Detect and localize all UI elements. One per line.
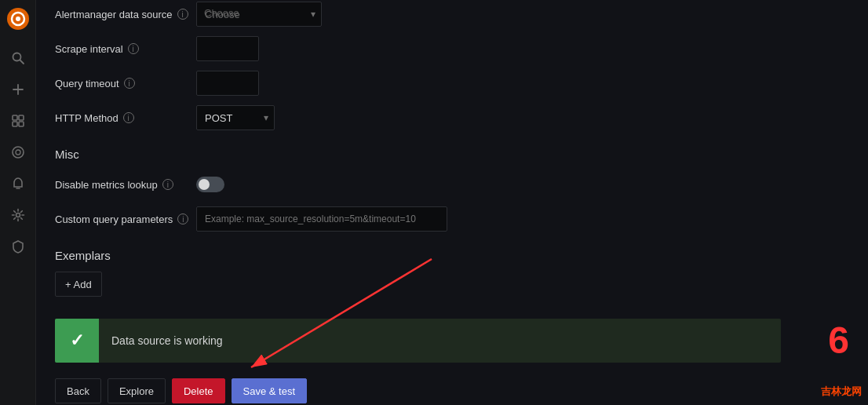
misc-title: Misc <box>55 148 849 161</box>
exemplars-section: Exemplars + Add <box>55 249 849 297</box>
check-icon: ✓ <box>70 330 84 351</box>
query-timeout-input[interactable]: 60s <box>196 71 259 96</box>
alerting-nav-icon[interactable] <box>4 170 32 198</box>
http-method-select-wrapper: POST GET <box>196 105 275 130</box>
svg-rect-10 <box>19 122 24 126</box>
svg-point-14 <box>16 213 20 217</box>
http-method-info-icon[interactable]: i <box>123 112 134 123</box>
add-exemplar-button[interactable]: + Add <box>55 272 102 297</box>
dashboards-nav-icon[interactable] <box>4 107 32 135</box>
scrape-interval-input[interactable]: 15s <box>196 36 259 61</box>
alertmanager-row: Alertmanager data source i Choose Choose <box>55 0 849 28</box>
disable-metrics-toggle[interactable] <box>196 177 224 192</box>
content-wrapper: Alertmanager data source i Choose Choose… <box>55 0 849 403</box>
svg-line-4 <box>20 60 24 64</box>
svg-rect-8 <box>19 115 24 120</box>
svg-point-11 <box>13 147 24 158</box>
scrape-interval-info-icon[interactable]: i <box>128 43 139 54</box>
custom-query-row: Custom query parameters i <box>55 205 849 233</box>
shield-nav-icon[interactable] <box>4 232 32 261</box>
disable-metrics-info-icon[interactable]: i <box>162 179 173 190</box>
svg-point-2 <box>16 16 20 21</box>
alertmanager-select[interactable]: Choose <box>196 2 322 27</box>
annotation-number: 6 <box>828 322 849 359</box>
scrape-interval-row: Scrape interval i 15s <box>55 35 849 63</box>
custom-query-info-icon[interactable]: i <box>177 213 188 224</box>
explore-button[interactable]: Explore <box>108 378 166 403</box>
alertmanager-label: Alertmanager data source i <box>55 9 196 20</box>
query-timeout-label: Query timeout i <box>55 78 196 89</box>
delete-button[interactable]: Delete <box>172 378 225 403</box>
alertmanager-select-wrapper: Choose Choose <box>196 2 322 27</box>
sidebar <box>0 0 36 405</box>
app-logo[interactable] <box>5 6 31 31</box>
scrape-interval-label: Scrape interval i <box>55 43 196 55</box>
disable-metrics-label: Disable metrics lookup i <box>55 179 196 191</box>
search-nav-icon[interactable] <box>4 44 32 72</box>
status-bar: ✓ Data source is working <box>55 319 781 363</box>
alertmanager-info-icon[interactable]: i <box>177 9 188 20</box>
config-nav-icon[interactable] <box>4 201 32 229</box>
status-icon-box: ✓ <box>55 319 99 363</box>
status-message: Data source is working <box>99 334 235 347</box>
add-nav-icon[interactable] <box>4 75 32 104</box>
query-timeout-row: Query timeout i 60s <box>55 69 849 97</box>
bottom-action-bar: Back Explore Delete Save & test <box>55 378 849 403</box>
http-method-row: HTTP Method i POST GET <box>55 104 849 132</box>
misc-section: Misc Disable metrics lookup i Custom que… <box>55 148 849 233</box>
exemplars-title: Exemplars <box>55 249 849 262</box>
svg-rect-7 <box>13 115 17 120</box>
svg-point-12 <box>16 150 20 155</box>
custom-query-input[interactable] <box>196 206 447 232</box>
back-button[interactable]: Back <box>55 378 101 403</box>
watermark: 吉林龙网 <box>821 385 862 399</box>
svg-rect-9 <box>13 122 17 126</box>
custom-query-label: Custom query parameters i <box>55 213 196 225</box>
explore-nav-icon[interactable] <box>4 138 32 166</box>
status-annotation-row: ✓ Data source is working 6 <box>55 309 849 372</box>
save-test-button[interactable]: Save & test <box>232 378 307 403</box>
main-content: Alertmanager data source i Choose Choose… <box>36 0 868 405</box>
http-method-select[interactable]: POST GET <box>196 105 275 130</box>
query-timeout-info-icon[interactable]: i <box>124 78 135 89</box>
disable-metrics-row: Disable metrics lookup i <box>55 170 849 199</box>
http-method-label: HTTP Method i <box>55 112 196 124</box>
